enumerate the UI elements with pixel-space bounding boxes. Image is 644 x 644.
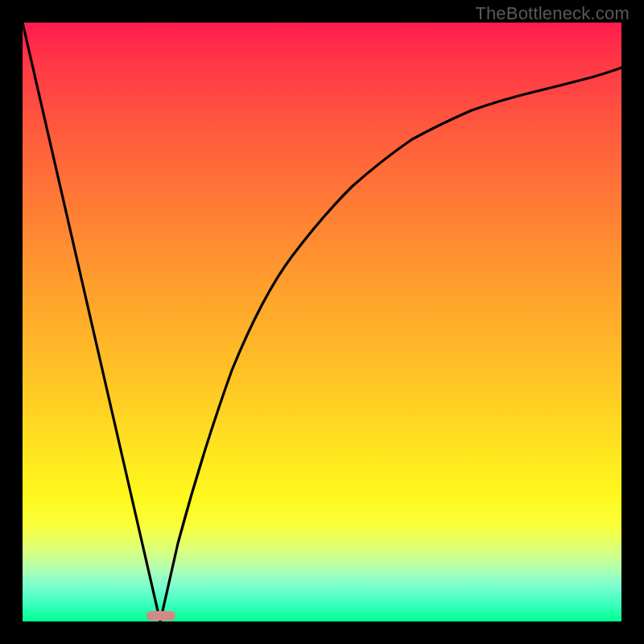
bottleneck-curve (23, 23, 621, 621)
chart-frame: TheBottleneck.com (0, 0, 644, 644)
curve-left-branch (23, 23, 160, 621)
optimal-marker (147, 611, 175, 621)
curve-right-branch (160, 68, 621, 621)
watermark-text: TheBottleneck.com (475, 3, 630, 24)
plot-area (23, 23, 621, 621)
